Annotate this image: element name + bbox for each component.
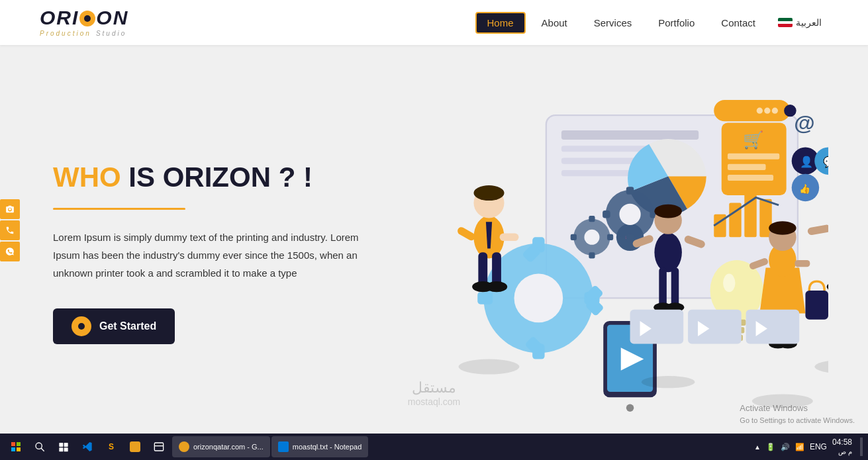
side-icon-camera[interactable] [0,199,20,219]
svg-point-29 [619,204,640,225]
nav-contact[interactable]: Contact [710,13,766,32]
logo-text: ORION [40,8,128,28]
svg-point-19 [514,274,563,323]
svg-text:👤: 👤 [800,156,814,168]
navigation: Home About Services Portfolio Contact ال… [475,12,828,34]
header: ORION Production Studio Home About Servi… [0,0,868,45]
svg-point-54 [654,232,681,272]
taskbar-app3[interactable] [148,436,169,447]
svg-rect-37 [589,252,595,258]
btn-label: Get Started [99,320,156,332]
taskbar-notepad-app[interactable]: moastql.txt - Notepad [271,436,369,447]
logo: ORION Production Studio [40,8,128,37]
taskbar-app2[interactable] [124,436,146,447]
svg-point-102 [757,108,763,114]
taskbar-browser-app[interactable]: orizonqatar.com - G... [172,436,270,447]
nav-portfolio[interactable]: Portfolio [648,13,705,32]
notepad-app-label: moastql.txt - Notepad [293,443,362,447]
clock-time: 04:58 [832,437,852,447]
svg-point-56 [654,205,681,218]
taskbar-right: ▲ 🔋 🔊 📶 ENG 04:58 م ص [754,437,863,447]
side-icons-panel [0,199,20,261]
language-switcher[interactable]: العربية [771,15,828,30]
svg-rect-48 [500,234,519,242]
svg-point-35 [584,230,599,245]
svg-rect-13 [728,164,766,170]
svg-point-42 [473,185,504,201]
taskbar-vscode[interactable] [77,436,98,447]
taskbar-left: S orizonqatar.com - G... moastql.txt - N… [5,436,368,447]
nav-home[interactable]: Home [475,12,526,34]
svg-rect-77 [795,260,810,267]
svg-rect-86 [807,224,828,236]
svg-rect-115 [59,443,63,447]
svg-rect-31 [626,234,634,242]
svg-point-67 [723,274,735,293]
svg-point-90 [752,394,813,408]
svg-rect-36 [589,216,595,222]
flag-icon [778,18,793,27]
side-icon-whatsapp[interactable] [0,242,20,261]
tray-volume[interactable]: 🔊 [781,443,790,447]
tray-wifi[interactable]: 📶 [795,443,804,447]
nav-services[interactable]: Services [583,13,643,32]
svg-point-99 [784,105,796,116]
svg-point-91 [814,360,828,374]
svg-rect-116 [64,443,68,447]
svg-rect-109 [11,442,15,446]
svg-rect-98 [714,100,790,121]
svg-rect-39 [571,234,577,240]
svg-rect-92 [630,310,684,344]
hero-title-who: WHO [53,161,121,193]
svg-text:👍: 👍 [799,183,811,195]
taskbar-app1[interactable]: S [101,436,122,447]
svg-point-84 [827,281,828,292]
svg-point-46 [486,281,507,292]
taskbar-clock[interactable]: 04:58 م ص [832,437,852,447]
logo-subtitle: Production Studio [40,29,126,37]
svg-rect-9 [759,199,771,238]
svg-point-71 [769,221,796,235]
svg-rect-47 [456,226,477,242]
svg-rect-23 [477,292,493,304]
tray-battery: 🔋 [766,443,775,447]
svg-rect-30 [626,187,634,195]
svg-text:🛒: 🛒 [743,130,764,150]
hero-title-rest: IS ORIZON ? ! [121,161,313,193]
lang-label: العربية [796,17,822,28]
btn-logo-icon [72,316,91,336]
tray-lang[interactable]: ENG [810,442,827,447]
hero-illustration: 🛒 @ ♥ [371,85,828,420]
svg-rect-14 [728,175,773,181]
svg-point-89 [642,376,695,388]
svg-text:@: @ [794,111,814,135]
hero-content: WHO IS ORIZON ? ! Lorem Ipsum is simply … [53,161,371,344]
hero-body-text: Lorem Ipsum is simply dummy text of the … [53,228,371,282]
svg-rect-33 [603,210,610,218]
svg-point-88 [458,359,519,375]
taskbar: S orizonqatar.com - G... moastql.txt - N… [0,434,868,447]
hero-section: WHO IS ORIZON ? ! Lorem Ipsum is simply … [0,45,868,447]
svg-rect-93 [688,310,742,344]
side-icon-phone[interactable] [0,220,20,240]
hero-title: WHO IS ORIZON ? ! [53,161,371,194]
taskbar-open-apps: orizonqatar.com - G... moastql.txt - Not… [172,436,368,447]
svg-rect-57 [659,267,667,306]
svg-point-100 [772,108,778,114]
svg-point-101 [764,108,770,114]
svg-rect-58 [671,267,679,306]
hero-underline [53,208,185,210]
show-desktop[interactable] [860,437,863,447]
svg-rect-78 [805,291,828,320]
tray-up-arrow[interactable]: ▲ [754,443,761,447]
svg-text:💬: 💬 [823,156,828,168]
svg-rect-110 [17,442,21,446]
task-view-button[interactable] [53,436,74,447]
get-started-button[interactable]: Get Started [53,308,175,344]
browser-app-label: orizonqatar.com - G... [193,443,264,447]
search-button[interactable] [29,436,50,447]
svg-point-113 [36,443,42,447]
svg-rect-94 [746,310,800,344]
start-button[interactable] [5,436,26,447]
nav-about[interactable]: About [531,13,578,32]
